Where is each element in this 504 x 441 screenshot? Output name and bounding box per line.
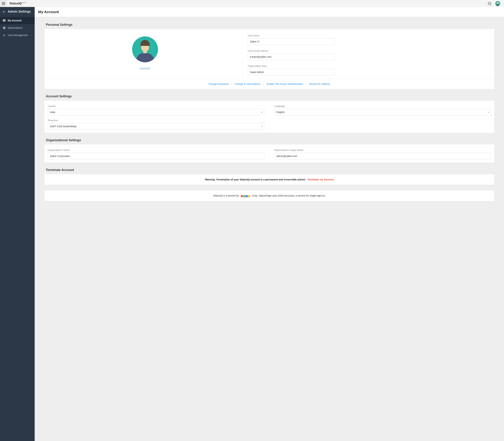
top-bar: StatusIQBETA ? — [0, 0, 504, 7]
svg-rect-8 — [4, 4, 5, 5]
email-label: User Email Address — [248, 49, 490, 52]
two-factor-link[interactable]: Enable Two Factor Authentication — [267, 83, 303, 85]
account-circle-icon — [2, 19, 6, 22]
avatar-column: CHANGE — [47, 33, 243, 78]
change-email-link[interactable]: Change E-mail Address — [235, 83, 260, 85]
footer-card: StatusIQ is a service by ZOHO Corp. Stat… — [45, 190, 494, 201]
terminate-account-link[interactable]: Terminate my Account — [307, 178, 333, 181]
timezone-select[interactable] — [47, 123, 264, 130]
org-settings-card: Organization's Name Organization's Super… — [45, 144, 494, 163]
brand-name: StatusIQ — [9, 2, 22, 5]
svg-rect-7 — [3, 4, 4, 5]
dollar-circle-icon: $ — [2, 26, 6, 29]
username-input[interactable] — [248, 38, 335, 45]
svg-point-14 — [3, 34, 4, 35]
sidebar-item-user-management[interactable]: User Management — [0, 32, 35, 39]
svg-rect-5 — [4, 3, 5, 4]
terminate-card: Warning: Termination of your StatusIQ ac… — [45, 174, 494, 185]
sidebar-item-subscriptions[interactable]: $ Subscriptions — [0, 24, 35, 32]
svg-point-11 — [4, 20, 5, 21]
sidebar-title: Admin Settings — [8, 10, 31, 14]
svg-rect-2 — [4, 2, 5, 3]
brand: StatusIQBETA — [7, 2, 30, 5]
back-arrow-icon — [2, 10, 6, 13]
users-icon — [2, 34, 6, 37]
org-name-label: Organization's Name — [47, 149, 264, 151]
help-icon: ? — [488, 1, 492, 5]
section-title-terminate: Terminate Account — [46, 168, 494, 172]
zoho-logo-icon: ZOHO — [241, 194, 251, 197]
username-label: User Name — [248, 34, 490, 37]
language-label: Language — [274, 105, 491, 108]
country-label: Country — [47, 105, 264, 108]
section-title-account: Account Settings — [46, 94, 494, 98]
svg-rect-4 — [3, 3, 4, 4]
help-button[interactable]: ? — [487, 0, 493, 7]
personal-settings-card: CHANGE User Name User Email Address Orga… — [45, 29, 494, 89]
org-name-input[interactable] — [47, 153, 264, 159]
language-select[interactable] — [274, 109, 491, 115]
section-title-personal: Personal Settings — [46, 23, 494, 27]
svg-point-15 — [4, 35, 5, 35]
email-input[interactable] — [248, 54, 335, 60]
svg-rect-6 — [2, 4, 3, 5]
timezone-label: Timezone — [47, 119, 264, 122]
restrict-ip-link[interactable]: Restrict IP Address — [309, 83, 330, 85]
change-photo-link[interactable]: CHANGE — [140, 67, 151, 70]
country-select[interactable] — [47, 109, 264, 115]
role-input[interactable] — [248, 69, 335, 75]
footer-prefix: StatusIQ is a service by — [213, 194, 239, 197]
org-admin-label: Organization's Super Admin — [274, 149, 491, 151]
terminate-warning: Warning: Termination of your StatusIQ ac… — [205, 178, 305, 181]
main: My Account Personal Settings CHANGE User… — [35, 7, 504, 441]
footer-suffix: Corp. StatusPage uses Zoho Accounts, a s… — [252, 194, 326, 197]
account-settings-card: Country Language Timezone — [45, 101, 494, 133]
profile-avatar-button[interactable] — [495, 0, 501, 7]
section-title-org: Organizational Settings — [46, 138, 494, 142]
sidebar-header[interactable]: Admin Settings — [0, 7, 35, 17]
svg-rect-1 — [3, 2, 4, 3]
sidebar-item-label: Subscriptions — [8, 26, 22, 29]
personal-links-row: Change Password | Change E-mail Address … — [45, 79, 494, 89]
page-title: My Account — [35, 7, 504, 17]
svg-rect-0 — [2, 2, 3, 3]
profile-photo — [132, 36, 158, 62]
chevron-right-icon — [31, 34, 32, 36]
brand-suffix: BETA — [22, 2, 26, 3]
svg-text:$: $ — [4, 27, 4, 29]
change-password-link[interactable]: Change Password — [209, 83, 229, 85]
sidebar-item-my-account[interactable]: My Account — [0, 17, 35, 24]
svg-rect-3 — [2, 3, 3, 4]
avatar-icon — [495, 1, 500, 6]
sidebar-item-label: User Management — [8, 34, 28, 37]
app-launcher-button[interactable] — [0, 0, 7, 7]
org-admin-input[interactable] — [274, 153, 491, 159]
apps-grid-icon — [2, 2, 5, 5]
role-label: Organization Role — [248, 65, 490, 67]
sidebar-item-label: My Account — [8, 19, 21, 22]
sidebar: Admin Settings My Account $ Subscription… — [0, 7, 35, 441]
